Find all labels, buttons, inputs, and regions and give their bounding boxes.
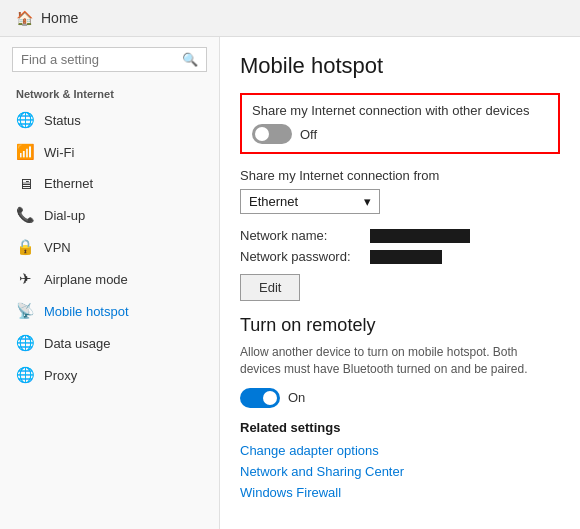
vpn-icon: 🔒 (16, 238, 34, 256)
related-settings-title: Related settings (240, 420, 560, 435)
page-title: Mobile hotspot (240, 53, 560, 79)
from-label: Share my Internet connection from (240, 168, 560, 183)
sidebar-item-label: Proxy (44, 368, 77, 383)
network-password-row: Network password: (240, 249, 560, 264)
share-toggle-section: Share my Internet connection with other … (240, 93, 560, 154)
from-dropdown-value: Ethernet (249, 194, 298, 209)
ethernet-icon: 🖥 (16, 175, 34, 192)
sidebar-item-label: Data usage (44, 336, 111, 351)
search-input[interactable] (21, 52, 178, 67)
remotely-toggle-label: On (288, 390, 305, 405)
header: 🏠 Home (0, 0, 580, 37)
related-link-windows-firewall[interactable]: Windows Firewall (240, 485, 560, 500)
sidebar-item-ethernet[interactable]: 🖥 Ethernet (0, 168, 219, 199)
main-layout: 🔍 Network & Internet 🌐 Status 📶 Wi-Fi 🖥 … (0, 37, 580, 529)
toggle-knob (255, 127, 269, 141)
network-password-label: Network password: (240, 249, 360, 264)
related-link-network-sharing[interactable]: Network and Sharing Center (240, 464, 560, 479)
sidebar-item-airplane[interactable]: ✈ Airplane mode (0, 263, 219, 295)
remotely-title: Turn on remotely (240, 315, 560, 336)
sidebar-item-hotspot[interactable]: 📡 Mobile hotspot (0, 295, 219, 327)
share-toggle-label: Off (300, 127, 317, 142)
sidebar-item-label: Ethernet (44, 176, 93, 191)
remotely-toggle-row: On (240, 388, 560, 408)
sidebar-item-proxy[interactable]: 🌐 Proxy (0, 359, 219, 391)
from-dropdown[interactable]: Ethernet ▾ (240, 189, 380, 214)
share-label: Share my Internet connection with other … (252, 103, 548, 118)
datausage-icon: 🌐 (16, 334, 34, 352)
from-section: Share my Internet connection from Ethern… (240, 168, 560, 214)
network-name-value (370, 229, 470, 243)
sidebar-item-label: Airplane mode (44, 272, 128, 287)
edit-button[interactable]: Edit (240, 274, 300, 301)
remotely-toggle-knob (263, 391, 277, 405)
sidebar-item-datausage[interactable]: 🌐 Data usage (0, 327, 219, 359)
header-title: Home (41, 10, 78, 26)
sidebar-item-label: Mobile hotspot (44, 304, 129, 319)
share-toggle-row: Off (252, 124, 548, 144)
airplane-icon: ✈ (16, 270, 34, 288)
sidebar: 🔍 Network & Internet 🌐 Status 📶 Wi-Fi 🖥 … (0, 37, 220, 529)
sidebar-item-vpn[interactable]: 🔒 VPN (0, 231, 219, 263)
dialup-icon: 📞 (16, 206, 34, 224)
related-link-change-adapter[interactable]: Change adapter options (240, 443, 560, 458)
sidebar-item-label: VPN (44, 240, 71, 255)
sidebar-item-status[interactable]: 🌐 Status (0, 104, 219, 136)
proxy-icon: 🌐 (16, 366, 34, 384)
sidebar-item-label: Dial-up (44, 208, 85, 223)
network-info: Network name: Network password: Edit (240, 228, 560, 301)
status-icon: 🌐 (16, 111, 34, 129)
sidebar-item-wifi[interactable]: 📶 Wi-Fi (0, 136, 219, 168)
remotely-desc: Allow another device to turn on mobile h… (240, 344, 540, 378)
sidebar-item-label: Wi-Fi (44, 145, 74, 160)
remotely-toggle[interactable] (240, 388, 280, 408)
search-box[interactable]: 🔍 (12, 47, 207, 72)
search-icon: 🔍 (182, 52, 198, 67)
content: Mobile hotspot Share my Internet connect… (220, 37, 580, 529)
hotspot-icon: 📡 (16, 302, 34, 320)
home-icon: 🏠 (16, 10, 33, 26)
network-name-label: Network name: (240, 228, 360, 243)
sidebar-item-label: Status (44, 113, 81, 128)
sidebar-item-dialup[interactable]: 📞 Dial-up (0, 199, 219, 231)
chevron-down-icon: ▾ (364, 194, 371, 209)
share-toggle[interactable] (252, 124, 292, 144)
network-name-row: Network name: (240, 228, 560, 243)
sidebar-section-label: Network & Internet (0, 82, 219, 104)
network-password-value (370, 250, 442, 264)
wifi-icon: 📶 (16, 143, 34, 161)
